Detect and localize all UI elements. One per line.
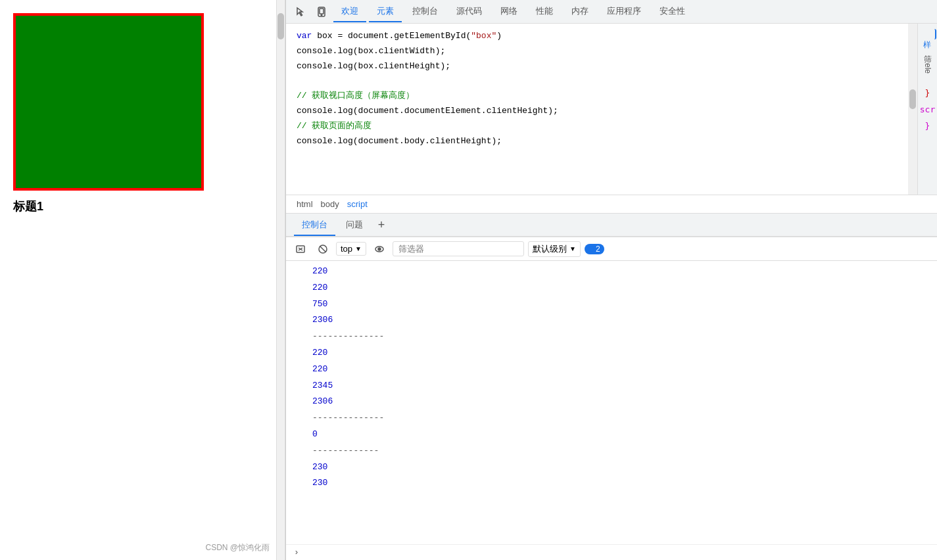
level-selector[interactable]: 默认级别 ▼: [528, 241, 581, 257]
prompt-icon: ›: [294, 548, 299, 557]
close-brace-item: }: [925, 121, 930, 131]
scr-item: scr: [920, 105, 935, 114]
breadcrumb-script[interactable]: script: [345, 198, 370, 210]
tab-console[interactable]: 控制台: [404, 1, 446, 22]
level-label: 默认级别: [533, 243, 567, 255]
console-line: --------------: [286, 410, 937, 427]
console-line: 220: [286, 264, 937, 280]
tab-sources[interactable]: 源代码: [448, 1, 490, 22]
tab-welcome[interactable]: 欢迎: [333, 1, 366, 22]
devtools-panel: 欢迎 元素 控制台 源代码 网络 性能 内存 应用程序 安全性 var box …: [285, 0, 937, 560]
breadcrumb-html[interactable]: html: [294, 198, 316, 210]
tab-issues[interactable]: 问题: [338, 215, 371, 236]
code-area: var box = document.getElementById("box")…: [286, 24, 917, 195]
code-scrollbar[interactable]: [908, 24, 917, 195]
styles-panel-item[interactable]: 样: [919, 29, 936, 39]
filter-panel-item[interactable]: 筛: [919, 43, 936, 54]
console-line: 220: [286, 362, 937, 378]
code-content: var box = document.getElementById("box")…: [286, 24, 908, 195]
code-line: console.log(box.clientHeight);: [286, 59, 908, 74]
tab-performance[interactable]: 性能: [528, 1, 561, 22]
code-line: [286, 74, 908, 89]
breadcrumb-bar: html body script: [286, 195, 937, 214]
svg-line-7: [320, 246, 326, 252]
eye-icon-button[interactable]: [370, 240, 389, 258]
console-line: 230: [286, 475, 937, 492]
level-dropdown-icon: ▼: [569, 245, 576, 252]
watermark: CSDN @惊鸿化雨: [205, 542, 270, 553]
console-line: 230: [286, 459, 937, 476]
device-icon[interactable]: [312, 3, 331, 21]
inspect-icon[interactable]: [291, 3, 310, 21]
left-panel: 标题1 CSDN @惊鸿化雨: [0, 0, 276, 560]
ele-panel-item[interactable]: ele: [921, 58, 935, 79]
code-line: console.log(document.documentElement.cli…: [286, 104, 908, 119]
console-line: 2306: [286, 312, 937, 329]
brace-item: }: [925, 88, 930, 98]
top-dropdown-icon: ▼: [355, 245, 362, 252]
code-line: // 获取页面的高度: [286, 119, 908, 134]
page-title: 标题1: [13, 198, 263, 214]
add-tab-button[interactable]: +: [373, 217, 389, 233]
tab-network[interactable]: 网络: [493, 1, 525, 22]
console-output[interactable]: 2202207502306--------------2202202345230…: [286, 261, 937, 544]
svg-point-9: [378, 248, 381, 250]
tab-application[interactable]: 应用程序: [599, 1, 649, 22]
console-tabs: 控制台 问题 +: [286, 214, 937, 237]
code-line: // 获取视口高度（屏幕高度）: [286, 89, 908, 104]
scroll-divider[interactable]: [276, 0, 285, 560]
console-line: 750: [286, 296, 937, 313]
code-scroll-thumb[interactable]: [909, 89, 916, 109]
console-line: 0: [286, 427, 937, 443]
console-prompt[interactable]: ›: [286, 544, 937, 560]
console-line: 2345: [286, 378, 937, 394]
filter-input[interactable]: [393, 241, 524, 256]
console-line: 220: [286, 345, 937, 362]
badge-number: 2: [596, 245, 600, 254]
svg-rect-1: [320, 9, 324, 14]
block-console-button[interactable]: [314, 240, 332, 258]
code-line: console.log(box.clientWidth);: [286, 44, 908, 59]
console-line: -------------: [286, 443, 937, 459]
top-selector[interactable]: top ▼: [336, 242, 366, 256]
code-line: console.log(document.body.clientHeight);: [286, 134, 908, 149]
tab-security[interactable]: 安全性: [652, 1, 693, 22]
badge-count: 2: [585, 244, 604, 254]
top-label: top: [341, 244, 352, 254]
clear-console-button[interactable]: [291, 240, 310, 258]
scroll-thumb[interactable]: [277, 13, 284, 39]
green-box: [13, 13, 204, 191]
console-line: 220: [286, 280, 937, 296]
console-line: --------------: [286, 329, 937, 345]
tab-console-bottom[interactable]: 控制台: [294, 215, 335, 236]
tab-memory[interactable]: 内存: [564, 1, 596, 22]
console-line: 2306: [286, 394, 937, 410]
code-line: var box = document.getElementById("box"): [286, 29, 908, 44]
devtools-tab-bar: 欢迎 元素 控制台 源代码 网络 性能 内存 应用程序 安全性: [286, 0, 937, 24]
svg-point-2: [321, 14, 322, 16]
console-toolbar: top ▼ 默认级别 ▼ 2: [286, 237, 937, 261]
tab-elements[interactable]: 元素: [369, 1, 402, 22]
right-extra-panel: 样 筛 ele } scr }: [917, 24, 937, 195]
breadcrumb-body[interactable]: body: [318, 198, 342, 210]
